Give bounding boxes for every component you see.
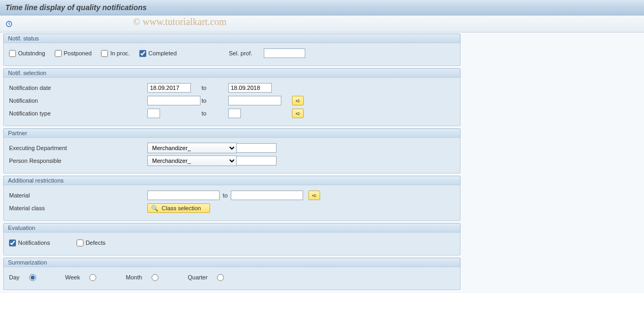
notif-date-from-input[interactable] [147,83,191,93]
radio-day-wrap[interactable]: Day [9,274,36,281]
multi-select-material-button[interactable]: ➪ [308,191,320,200]
group-header-notif-status: Notif. status [3,34,461,43]
radio-day-input[interactable] [29,274,36,281]
checkbox-postponed[interactable]: Postponed [55,50,92,57]
checkbox-notifications[interactable]: Notifications [9,240,50,246]
checkbox-outstanding-label: Outstndng [18,50,45,56]
exec-dept-select[interactable]: Merchandizer_ [147,143,237,153]
radio-quarter-input[interactable] [217,274,224,281]
checkbox-inproc-input[interactable] [101,50,108,57]
toolbar: © www.tutorialkart.com [0,15,644,32]
to-label-2: to [202,97,223,104]
multi-select-type-button[interactable]: ➪ [292,109,304,118]
group-header-notif-selection: Notif. selection [3,68,461,78]
person-resp-select[interactable]: Merchandizer_ [147,155,237,166]
notif-type-label: Notification type [9,110,147,117]
to-label-1: to [202,85,223,91]
radio-month-wrap[interactable]: Month [126,274,158,281]
sel-prof-label: Sel. prof. [229,50,252,56]
radio-week-input[interactable] [89,274,96,281]
arrow-right-icon: ➪ [312,192,317,199]
notif-type-from-input[interactable] [147,109,160,118]
checkbox-completed-input[interactable] [139,50,146,57]
notification-from-input[interactable] [147,96,200,105]
checkbox-notifications-label: Notifications [18,240,50,246]
radio-month-input[interactable] [152,274,158,281]
checkbox-outstanding-input[interactable] [9,50,16,57]
material-class-label: Material class [9,205,147,211]
execute-icon[interactable] [4,19,14,29]
checkbox-notifications-input[interactable] [9,240,16,246]
material-from-input[interactable] [147,191,220,200]
group-header-additional: Additional restrictions [3,176,461,185]
checkbox-inproc-label: In proc. [110,50,130,56]
exec-dept-extra-input[interactable] [236,143,277,153]
radio-quarter-wrap[interactable]: Quarter [188,274,224,281]
group-summarization: Summarization Day Week Month Quarter [3,258,641,290]
checkbox-inproc[interactable]: In proc. [101,50,130,57]
group-evaluation: Evaluation Notifications Defects [3,223,641,255]
page-title: Time line display of quality notificatio… [5,3,147,12]
person-resp-label: Person Responsible [9,158,147,164]
checkbox-defects-label: Defects [86,240,105,246]
radio-quarter-label: Quarter [188,274,207,280]
page-title-bar: Time line display of quality notificatio… [0,0,644,15]
content-area: Notif. status Outstndng Postponed In pro… [0,32,644,293]
watermark: © www.tutorialkart.com [133,16,227,28]
group-additional: Additional restrictions Material to ➪ Ma… [3,176,641,221]
exec-dept-label: Executing Department [9,145,147,151]
group-notif-selection: Notif. selection Notification date to No… [3,68,641,126]
checkbox-completed[interactable]: Completed [139,50,177,57]
notification-label: Notification [9,97,147,104]
material-label: Material [9,192,147,199]
notif-type-to-input[interactable] [228,109,241,118]
group-notif-status: Notif. status Outstndng Postponed In pro… [3,34,641,66]
material-to-input[interactable] [231,191,303,200]
checkbox-completed-label: Completed [148,50,177,56]
to-label-3: to [202,110,223,117]
radio-week-label: Week [65,274,80,280]
radio-month-label: Month [126,274,142,280]
notif-date-label: Notification date [9,85,147,91]
radio-day-label: Day [9,274,20,280]
group-header-partner: Partner [3,128,461,138]
to-label-4: to [223,192,228,199]
arrow-right-icon: ➪ [296,97,300,104]
checkbox-postponed-label: Postponed [64,50,92,56]
group-header-evaluation: Evaluation [3,223,461,233]
arrow-right-icon: ➪ [296,110,300,117]
multi-select-notification-button[interactable]: ➪ [292,96,304,105]
checkbox-postponed-input[interactable] [55,50,62,57]
checkbox-defects-input[interactable] [77,240,83,246]
group-partner: Partner Executing Department Merchandize… [3,128,641,174]
radio-week-wrap[interactable]: Week [65,274,97,281]
notification-to-input[interactable] [228,96,281,105]
person-resp-extra-input[interactable] [236,156,277,166]
notif-date-to-input[interactable] [228,83,272,93]
class-selection-label: Class selection [162,205,201,211]
binoculars-icon: 🔍 [151,205,158,212]
checkbox-defects[interactable]: Defects [77,240,105,246]
sel-prof-input[interactable] [264,48,305,58]
group-header-summarization: Summarization [3,258,461,267]
checkbox-outstanding[interactable]: Outstndng [9,50,45,57]
class-selection-button[interactable]: 🔍 Class selection [147,203,210,213]
